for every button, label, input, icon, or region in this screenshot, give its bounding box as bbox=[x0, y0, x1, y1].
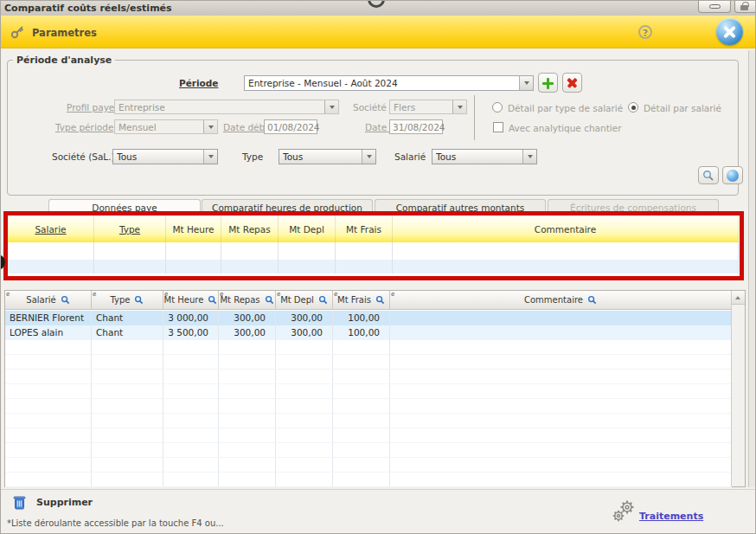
entry-header-cell[interactable]: Type bbox=[94, 216, 166, 242]
salarie-filter-label: Salarié bbox=[394, 151, 426, 162]
entry-cell[interactable] bbox=[8, 242, 94, 260]
entry-table-row-alt[interactable] bbox=[8, 260, 739, 273]
minimize-button[interactable] bbox=[698, 1, 731, 13]
chevron-down-icon[interactable] bbox=[519, 76, 533, 90]
entry-cell[interactable] bbox=[166, 260, 221, 273]
add-periode-button[interactable] bbox=[538, 73, 558, 93]
window-scroll-strip[interactable] bbox=[748, 50, 756, 487]
traitements-link[interactable]: Traitements bbox=[612, 499, 703, 524]
window-title: Comparatif coûts réels/estimés bbox=[4, 3, 172, 14]
supprimer-button[interactable]: Supprimer bbox=[13, 495, 93, 510]
checkbox-analytique-label[interactable]: Avec analytique chantier bbox=[509, 123, 622, 133]
entry-header-cell[interactable]: Mt Depl bbox=[279, 216, 336, 242]
entry-header-cell[interactable]: Mt Frais bbox=[336, 216, 393, 242]
search-icon[interactable] bbox=[134, 295, 144, 305]
entry-cell[interactable] bbox=[336, 260, 393, 273]
chevron-down-icon[interactable] bbox=[362, 150, 375, 164]
societe-sal-select[interactable]: Tous bbox=[112, 149, 218, 164]
grid-header-cell[interactable]: eMt Depl bbox=[276, 291, 333, 309]
stored-value-marker: e bbox=[93, 291, 96, 298]
footer-divider bbox=[1, 489, 756, 490]
grid-cell bbox=[219, 414, 276, 428]
delete-periode-button[interactable] bbox=[562, 73, 582, 93]
empty-row[interactable] bbox=[5, 414, 732, 428]
search-icon[interactable] bbox=[318, 295, 328, 305]
stored-value-marker: e bbox=[277, 291, 280, 298]
periode-label[interactable]: Période bbox=[179, 78, 218, 88]
gears-icon bbox=[612, 499, 637, 524]
entry-cell[interactable] bbox=[279, 242, 336, 260]
search-button[interactable] bbox=[698, 166, 719, 184]
entry-table-row-edit[interactable] bbox=[8, 242, 739, 260]
lock-icon bbox=[740, 5, 748, 10]
grid-cell bbox=[92, 458, 163, 472]
search-icon[interactable] bbox=[265, 295, 274, 305]
grid-cell bbox=[92, 355, 163, 369]
search-icon[interactable] bbox=[587, 295, 597, 305]
entry-cell[interactable] bbox=[94, 260, 166, 273]
grid-cell bbox=[276, 428, 333, 442]
scroll-up-icon[interactable] bbox=[732, 291, 745, 305]
entry-cell[interactable] bbox=[8, 260, 94, 273]
entry-header-cell[interactable]: Mt Heure bbox=[166, 216, 221, 242]
grid-header-cell[interactable]: eMt Heure bbox=[163, 291, 219, 309]
grid-cell bbox=[163, 443, 219, 457]
search-icon[interactable] bbox=[61, 295, 70, 305]
grid-cell bbox=[5, 399, 92, 413]
empty-row[interactable] bbox=[5, 443, 732, 458]
radio-detail-par-salarie[interactable] bbox=[628, 102, 638, 113]
radio-detail-par-type-label[interactable]: Détail par type de salarié bbox=[508, 103, 623, 113]
entry-header-cell[interactable]: Mt Repas bbox=[221, 216, 279, 242]
radio-detail-par-type[interactable] bbox=[492, 102, 503, 113]
chevron-down-icon[interactable] bbox=[203, 150, 217, 164]
entry-cell[interactable] bbox=[279, 260, 336, 273]
grid-header-cell[interactable]: eSalarié bbox=[5, 291, 92, 309]
close-button[interactable] bbox=[716, 18, 743, 45]
table-row[interactable]: LOPES alainChant3 500,00300,00300,00100,… bbox=[5, 325, 732, 340]
search-icon[interactable] bbox=[208, 295, 217, 305]
entry-cell[interactable] bbox=[221, 242, 279, 260]
empty-row[interactable] bbox=[5, 428, 732, 443]
help-icon[interactable]: ? bbox=[638, 25, 652, 39]
type-filter-select[interactable]: Tous bbox=[279, 149, 376, 164]
empty-row[interactable] bbox=[5, 355, 732, 370]
empty-row[interactable] bbox=[5, 340, 732, 355]
grid-cell bbox=[92, 473, 163, 486]
empty-row[interactable] bbox=[5, 384, 732, 399]
footnote: *Liste déroulante accessible par la touc… bbox=[7, 518, 224, 528]
grid-scrollbar[interactable] bbox=[731, 291, 745, 486]
grid-cell bbox=[390, 414, 732, 428]
entry-cell[interactable] bbox=[393, 242, 739, 260]
empty-row[interactable] bbox=[5, 370, 732, 384]
grid-header-cell[interactable]: eCommentaire bbox=[390, 291, 732, 309]
periode-select[interactable]: Entreprise - Mensuel - Août 2024 bbox=[244, 75, 534, 91]
entry-header-cell[interactable]: Salarie bbox=[8, 216, 94, 242]
grid-cell bbox=[92, 443, 163, 457]
entry-cell[interactable] bbox=[166, 242, 221, 260]
empty-row[interactable] bbox=[5, 399, 732, 414]
entry-cell[interactable] bbox=[94, 242, 166, 260]
refresh-button[interactable] bbox=[722, 166, 743, 184]
entry-header-cell[interactable]: Commentaire bbox=[393, 216, 739, 242]
entry-cell[interactable] bbox=[393, 260, 739, 273]
grid-cell bbox=[92, 414, 163, 428]
grid-cell bbox=[163, 355, 219, 369]
salarie-filter-select[interactable]: Tous bbox=[432, 149, 537, 164]
grid-cell bbox=[390, 399, 732, 413]
empty-row[interactable] bbox=[5, 473, 732, 487]
chevron-down-icon[interactable] bbox=[522, 150, 536, 164]
grid-header-cell[interactable]: eType bbox=[92, 291, 163, 309]
maximize-lock-button[interactable] bbox=[734, 1, 756, 13]
table-row[interactable]: BERNIER FlorentChant3 000,00300,00300,00… bbox=[5, 311, 732, 325]
empty-row[interactable] bbox=[5, 458, 732, 473]
grid-cell bbox=[276, 458, 333, 472]
checkbox-analytique-chantier[interactable] bbox=[493, 122, 503, 132]
grid-cell bbox=[163, 458, 219, 472]
entry-cell[interactable] bbox=[221, 260, 279, 273]
grid-header-cell[interactable]: eMt Frais bbox=[333, 291, 390, 309]
search-icon[interactable] bbox=[375, 295, 385, 305]
entry-cell[interactable] bbox=[336, 242, 393, 260]
grid-cell bbox=[333, 443, 390, 457]
grid-header-cell[interactable]: eMt Repas bbox=[219, 291, 276, 309]
radio-detail-par-salarie-label[interactable]: Détail par salarié bbox=[644, 103, 721, 113]
